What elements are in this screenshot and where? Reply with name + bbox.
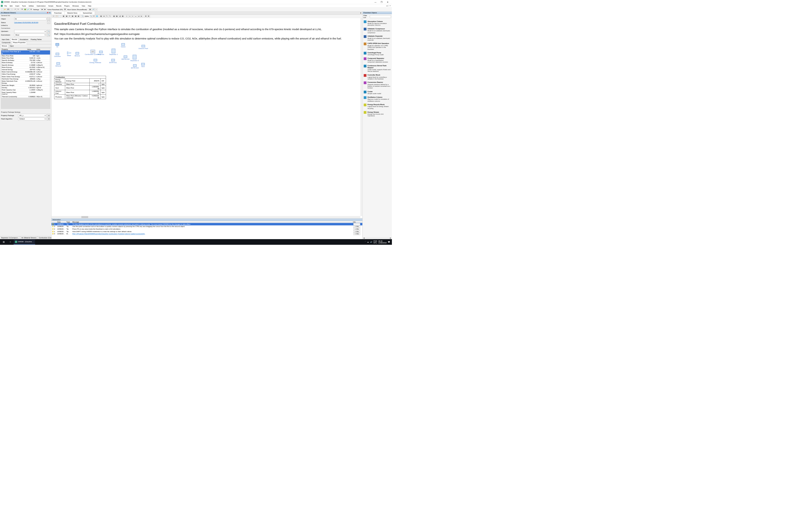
info-row[interactable]: 💡010/08/20...M...File C:\Program Files\D… bbox=[51, 233, 362, 235]
property-row[interactable]: Molar Entropy63.0932kJ/[kmol.K] bbox=[1, 66, 50, 68]
block-sep1[interactable]: Separator 1 bbox=[109, 49, 118, 55]
property-row[interactable]: Mass Flow Rate150kg/s bbox=[1, 55, 50, 57]
menu-plugins[interactable]: Plugins bbox=[63, 4, 71, 7]
property-row[interactable]: Molar Helmholtz Free Energy-8.35537E+06k… bbox=[1, 80, 50, 84]
tabs-dropdown-icon[interactable]: ▾ bbox=[359, 11, 363, 15]
print-icon[interactable]: 🖨 bbox=[118, 15, 121, 18]
block-estr15[interactable]: ESTR-015 bbox=[131, 64, 139, 69]
btab-sep2[interactable]: Separator 2 (Compoun... bbox=[0, 236, 20, 239]
t6-icon[interactable]: 🌐 bbox=[96, 15, 98, 18]
t11-icon[interactable]: ▦ bbox=[112, 15, 115, 18]
t2-icon[interactable]: ▦ bbox=[65, 15, 68, 18]
zoomin-icon[interactable]: 🔍 bbox=[90, 15, 93, 18]
info-button[interactable]: + Info bbox=[353, 230, 360, 233]
mdi-controls[interactable]: ▬ ▢ ✕ bbox=[386, 5, 391, 6]
t9-icon[interactable]: ✎ bbox=[105, 15, 108, 18]
wizard-icon[interactable]: ⚗ bbox=[20, 8, 23, 11]
block-energy[interactable]: Energy Release bbox=[90, 59, 101, 63]
t3-icon[interactable]: ▦ bbox=[71, 15, 74, 18]
new-icon[interactable]: 📄 bbox=[1, 8, 4, 11]
pp-button[interactable]: ⚙ bbox=[47, 114, 50, 117]
info-row[interactable]: 💡110/08/20...TipHold SHIFT during DWSIM … bbox=[51, 230, 362, 233]
property-row[interactable]: Density0.351613kg/m3 bbox=[1, 87, 50, 89]
close-button[interactable]: ✕ bbox=[385, 0, 391, 4]
misc2-icon[interactable]: ✿ bbox=[147, 15, 150, 18]
block-gases[interactable]: Gases bbox=[121, 43, 126, 48]
saveall-icon[interactable]: 📑 bbox=[10, 8, 13, 11]
t4-icon[interactable]: ▦ bbox=[74, 15, 77, 18]
block-unburnt[interactable]: Unburnt Fuel bbox=[139, 45, 148, 49]
gear-icon[interactable]: ⚙ bbox=[30, 8, 33, 11]
menu-windows[interactable]: Windows bbox=[71, 4, 80, 7]
t7-icon[interactable]: ▦ bbox=[100, 15, 102, 18]
canvas-hscroll[interactable] bbox=[51, 216, 360, 218]
tray-vol-icon[interactable]: 🔊 bbox=[370, 241, 372, 243]
status-button[interactable]: ▫ bbox=[47, 21, 50, 24]
block-mixture[interactable]: Mixture bbox=[74, 52, 80, 57]
toggle-icon[interactable]: ⏻ bbox=[89, 8, 92, 11]
property-row[interactable]: Heat Capacity Ratio (Cp/Cv)1.33498 bbox=[1, 91, 50, 96]
tab-flowsheet[interactable]: Flowsheet bbox=[51, 11, 64, 15]
object-item[interactable]: Conversion ReactorSupports reactions def… bbox=[363, 80, 391, 90]
upstream-select[interactable] bbox=[14, 30, 46, 33]
zoom-icon[interactable]: 🔍 bbox=[81, 15, 84, 18]
menu-edit[interactable]: Edit bbox=[9, 4, 14, 7]
object-item[interactable]: Absorption ColumnModel for rigorous simu… bbox=[363, 19, 391, 27]
objects-hscroll[interactable]: ◄► bbox=[363, 237, 392, 239]
tab-compounds[interactable]: Compounds bbox=[1, 41, 12, 44]
pp-select[interactable]: PP_1 bbox=[18, 114, 47, 117]
object-input[interactable] bbox=[14, 17, 46, 20]
tab-results[interactable]: Results bbox=[10, 38, 18, 41]
block-air[interactable]: Air bbox=[56, 43, 59, 48]
cut-icon[interactable]: ✂ bbox=[52, 15, 55, 18]
abort-label[interactable]: Abort Solver (Pause/Break) bbox=[66, 8, 87, 10]
info-button[interactable]: + Info bbox=[353, 226, 360, 228]
menu-file[interactable]: File bbox=[3, 4, 8, 7]
tray-cloud-icon[interactable]: ☁ bbox=[367, 241, 369, 243]
property-row[interactable]: Molecular Weight28.8509kg/kmol bbox=[1, 84, 50, 87]
property-row[interactable]: Molar Gibbs Free Energy-41371.2kJ/kmol bbox=[1, 75, 50, 78]
cortana-icon[interactable]: ○ bbox=[7, 239, 13, 244]
menu-insert[interactable]: Insert bbox=[14, 4, 20, 7]
tab-vapor[interactable]: Vapor bbox=[8, 44, 15, 47]
menu-optimization[interactable]: Optimization bbox=[36, 4, 47, 7]
t5-icon[interactable]: ▦ bbox=[77, 15, 80, 18]
link-icon[interactable]: 🔗 bbox=[92, 8, 95, 11]
tab-floating[interactable]: Floating Tables bbox=[30, 38, 43, 41]
downstream-button[interactable]: 🔍 bbox=[47, 34, 50, 37]
menu-results[interactable]: Results bbox=[55, 4, 63, 7]
maximize-button[interactable]: ❐ bbox=[378, 0, 385, 4]
align-c-icon[interactable]: ⫝ bbox=[128, 15, 131, 18]
property-row[interactable]: Molar Flow Rate5199.15mol/s bbox=[1, 57, 50, 59]
redo-icon[interactable]: ↷ bbox=[17, 8, 19, 11]
settings-label[interactable]: Settings bbox=[33, 8, 40, 10]
tab-annotations[interactable]: Annotations bbox=[18, 38, 29, 41]
zoomfit-icon[interactable]: ⊡ bbox=[93, 15, 96, 18]
misc1-icon[interactable]: ✿ bbox=[144, 15, 147, 18]
info-row[interactable]: 💡410/08/20...TipTo view detailed results… bbox=[51, 223, 362, 225]
tab-spreadsheet[interactable]: Spreadsheet bbox=[80, 11, 95, 15]
menu-utilities[interactable]: Utilities bbox=[28, 4, 35, 7]
t8-icon[interactable]: ◈ bbox=[103, 15, 105, 18]
tab-material[interactable]: Material Strea bbox=[64, 11, 80, 15]
solve-label[interactable]: Solve Flowsheet (F5) bbox=[47, 8, 63, 10]
info-button[interactable]: + Info bbox=[353, 228, 360, 230]
block-products[interactable]: Products bbox=[98, 51, 104, 55]
paste-icon[interactable]: 📄 bbox=[58, 15, 61, 18]
arrow-icon[interactable]: → bbox=[95, 8, 98, 11]
reaction-icon[interactable]: 🧪 bbox=[27, 8, 30, 11]
play-icon[interactable]: ▶ bbox=[41, 8, 44, 11]
stop-icon[interactable]: ⦿ bbox=[64, 8, 66, 11]
fa-button[interactable]: ⚙ bbox=[47, 117, 50, 121]
property-row[interactable]: Molar Internal Energy-8.29228E+06kJ/kmol bbox=[1, 71, 50, 73]
property-row[interactable]: Gibbs Free Energy-1433.97kJ/kg bbox=[1, 73, 50, 75]
object-item[interactable]: Energy Recycle BlockLogical block for En… bbox=[363, 103, 391, 110]
property-row[interactable]: Heat Capacity (Cp)1.14844kJ/[kg.K] bbox=[1, 89, 50, 91]
property-row[interactable]: Internal Energy-287419kJ/kg bbox=[1, 68, 50, 71]
canvas-vscroll[interactable] bbox=[360, 18, 363, 216]
object-item[interactable]: CAPE-OPEN Unit OperationModel for utiliz… bbox=[363, 42, 391, 51]
object-tool-button[interactable]: ⬜ bbox=[47, 17, 50, 20]
save-icon[interactable]: 💾 bbox=[7, 8, 10, 11]
object-item[interactable]: Centrifugal PumpCentrifugal Pump model bbox=[363, 51, 391, 57]
object-item[interactable]: Distillation ColumnRigorous model for si… bbox=[363, 96, 391, 103]
